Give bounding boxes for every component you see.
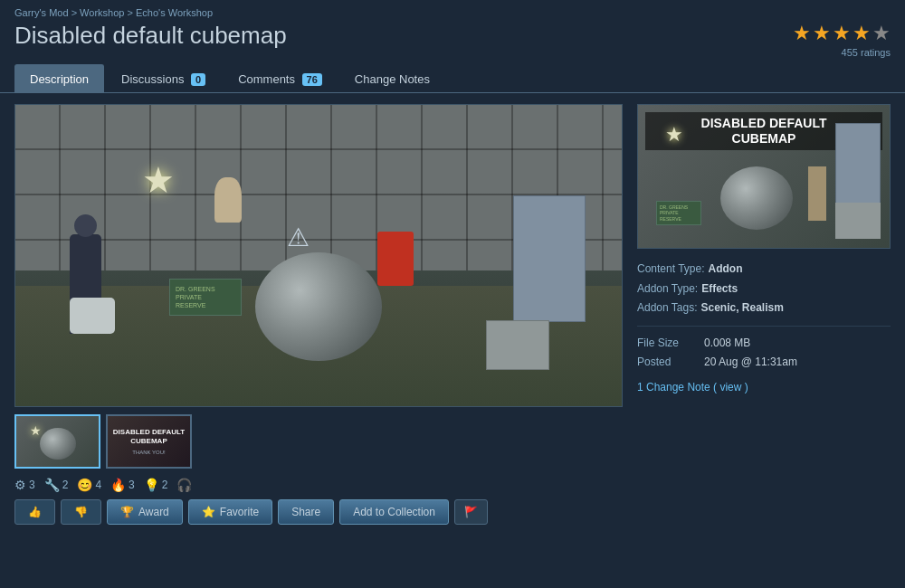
tabs-bar: Description Discussions 0 Comments 76 Ch… (0, 63, 905, 93)
star-rating: ★ ★ ★ ★ ★ (793, 22, 891, 45)
sink (70, 298, 115, 334)
addon-type-value: Effects (701, 280, 738, 299)
star-1: ★ (793, 22, 811, 45)
posted-value: 20 Aug @ 11:31am (704, 353, 797, 373)
cabinet (513, 195, 586, 322)
red-container (377, 232, 414, 286)
posted-row: Posted 20 Aug @ 11:31am (637, 353, 891, 373)
tab-discussions[interactable]: Discussions 0 (106, 64, 221, 93)
breadcrumb-garrys-mod[interactable]: Garry's Mod (14, 7, 69, 18)
addon-tags-value: Scenic, Realism (701, 299, 784, 318)
left-column: ★ ⚠ DR. GREENSPRIVATERESERVE ★ (14, 104, 623, 525)
addon-tags-row: Addon Tags: Scenic, Realism (637, 299, 891, 318)
change-note-view: ( view ) (713, 381, 748, 394)
tab-change-notes[interactable]: Change Notes (339, 64, 445, 93)
breadcrumb-workshop[interactable]: Workshop (80, 7, 124, 18)
reaction-1: ⚙ 3 (14, 478, 35, 492)
share-button[interactable]: Share (278, 499, 334, 525)
reaction-6: 🎧 (176, 478, 192, 492)
thumbnails: ★ DISABLED DEFAULTCUBEMAP THANK YOU! (14, 414, 623, 469)
comments-badge: 76 (302, 73, 322, 86)
thumbnail-1[interactable]: ★ (14, 414, 100, 469)
reactions-row: ⚙ 3 🔧 2 😊 4 🔥 3 💡 2 🎧 (14, 478, 623, 492)
content-type-row: Content Type: Addon (637, 260, 891, 280)
thumbnail-2[interactable]: DISABLED DEFAULTCUBEMAP THANK YOU! (106, 414, 192, 469)
scene: ★ ⚠ DR. GREENSPRIVATERESERVE (15, 105, 622, 406)
change-note-row: 1 Change Note ( view ) (637, 378, 891, 398)
right-column: DISABLED DEFAULT CUBEMAP ★ DR. GREENSPRI… (637, 104, 891, 525)
preview-computer (835, 203, 881, 239)
addon-tags-label: Addon Tags: (637, 299, 698, 318)
bulb-icon: 💡 (144, 478, 159, 492)
preview-lamp (808, 166, 826, 221)
page-header: Garry's Mod > Workshop > Echo's Workshop… (0, 0, 905, 63)
flag-button[interactable]: 🚩 (454, 499, 488, 525)
discussions-badge: 0 (191, 73, 205, 86)
fire-icon: 🔥 (110, 478, 126, 492)
preview-ball (720, 166, 793, 230)
content-type-value: Addon (709, 260, 743, 280)
add-to-collection-button[interactable]: Add to Collection (339, 499, 449, 525)
big-ball (255, 252, 382, 361)
reaction-2: 🔧 2 (44, 478, 69, 492)
file-size-label: File Size (637, 334, 700, 354)
smile-icon: 😊 (77, 478, 92, 492)
reaction-4-count: 3 (129, 479, 135, 491)
reaction-1-count: 3 (29, 479, 35, 491)
preview-star-icon: ★ (665, 123, 683, 147)
thumbs-down-button[interactable]: 👎 (61, 499, 101, 525)
file-size-value: 0.008 MB (704, 334, 750, 354)
warning-sign: ⚠ (287, 223, 310, 252)
meta-divider (637, 326, 891, 327)
reaction-5: 💡 2 (144, 478, 168, 492)
content-area: ★ ⚠ DR. GREENSPRIVATERESERVE ★ (0, 93, 905, 536)
star-5: ★ (872, 22, 891, 45)
preview-cabinet (835, 123, 881, 204)
addon-preview-image[interactable]: DISABLED DEFAULT CUBEMAP ★ DR. GREENSPRI… (637, 104, 891, 249)
thumbs-up-button[interactable]: 👍 (14, 499, 55, 525)
preview-crate: DR. GREENSPRIVATERESERVE (656, 201, 701, 226)
award-button[interactable]: 🏆 Award (107, 499, 183, 525)
change-note-link[interactable]: 1 Change Note ( view ) (637, 381, 748, 394)
metadata-section: Content Type: Addon Addon Type: Effects … (637, 260, 891, 398)
breadcrumb: Garry's Mod > Workshop > Echo's Workshop (0, 0, 905, 22)
page-title: Disabled default cubemap (14, 22, 287, 50)
content-type-label: Content Type: (637, 260, 705, 280)
rating-area: ★ ★ ★ ★ ★ 455 ratings (793, 22, 891, 58)
award-icon: 🏆 (120, 506, 134, 518)
reaction-2-count: 2 (62, 479, 69, 491)
favorite-button[interactable]: ⭐ Favorite (188, 499, 272, 525)
star-icon: ⭐ (202, 506, 215, 518)
star-4: ★ (853, 22, 871, 45)
reaction-3: 😊 4 (77, 478, 101, 492)
action-buttons: 👍 👎 🏆 Award ⭐ Favorite Share Add to Coll… (14, 499, 623, 525)
breadcrumb-echo-workshop[interactable]: Echo's Workshop (136, 7, 213, 18)
addon-type-row: Addon Type: Effects (637, 280, 891, 299)
tab-description[interactable]: Description (14, 64, 104, 93)
posted-label: Posted (637, 353, 700, 373)
main-image[interactable]: ★ ⚠ DR. GREENSPRIVATERESERVE (14, 104, 623, 407)
file-size-row: File Size 0.008 MB (637, 334, 891, 354)
bust-statue (214, 177, 242, 223)
star-3: ★ (833, 22, 851, 45)
star-2: ★ (813, 22, 831, 45)
wrench-icon: ⚙ (14, 478, 26, 492)
ratings-count: 455 ratings (793, 47, 891, 58)
change-note-text: 1 Change Note (637, 381, 710, 394)
computer (486, 320, 549, 370)
tool-icon: 🔧 (44, 478, 60, 492)
reaction-5-count: 2 (162, 479, 168, 491)
reaction-3-count: 4 (95, 479, 101, 491)
tab-comments[interactable]: Comments 76 (223, 64, 338, 93)
crate-label: DR. GREENSPRIVATERESERVE (169, 279, 242, 316)
reaction-4: 🔥 3 (110, 478, 135, 492)
addon-type-label: Addon Type: (637, 280, 698, 299)
headphones-icon: 🎧 (176, 478, 192, 492)
star-lamp-icon: ★ (142, 159, 175, 201)
